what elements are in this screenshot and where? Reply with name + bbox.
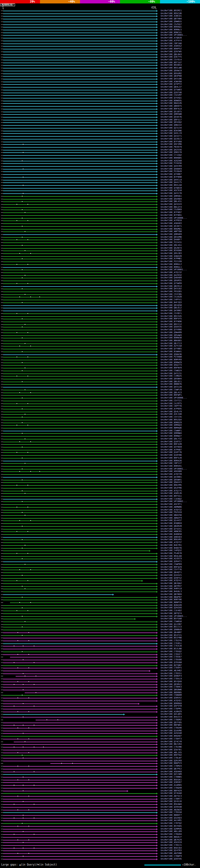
- alignment-bar[interactable]: [3, 278, 156, 278]
- alignment-bar[interactable]: [3, 229, 156, 229]
- alignment-bar[interactable]: [3, 823, 156, 824]
- alignment-bar[interactable]: [3, 747, 156, 748]
- hit-label[interactable]: UniRef100_Q43186: [161, 78, 181, 80]
- hit-label[interactable]: UniRef100_B3QBE8: [161, 522, 181, 525]
- hit-label[interactable]: UniRef100_Q0JQA2: [161, 582, 181, 585]
- alignment-bar[interactable]: [3, 815, 156, 816]
- alignment-bar[interactable]: [3, 646, 156, 647]
- alignment-bar[interactable]: [3, 43, 156, 44]
- hit-label[interactable]: UniRef100_B9F4Z0: [161, 443, 181, 445]
- hit-label[interactable]: UniRef100_Q3A7B1: [161, 749, 181, 751]
- hit-label[interactable]: UniRef100_Q9M2W0: [161, 113, 181, 116]
- alignment-bar[interactable]: [3, 777, 156, 778]
- alignment-bar[interactable]: [3, 788, 156, 788]
- hit-label[interactable]: UniRef100_Q8L431: [161, 200, 181, 203]
- hit-label[interactable]: UniRef100_P22431: [161, 242, 181, 244]
- alignment-bar[interactable]: [3, 231, 156, 232]
- hit-label[interactable]: UniRef100_Q9SJB3: [161, 252, 181, 255]
- alignment-bar[interactable]: [3, 820, 156, 821]
- hit-label[interactable]: UniRef100_Q43271: [161, 135, 181, 137]
- alignment-bar[interactable]: [3, 55, 156, 55]
- alignment-bar[interactable]: [3, 635, 156, 636]
- hit-label[interactable]: UniRef100_Q6V914: [161, 285, 181, 287]
- hit-label[interactable]: UniRef100_Q510T5: [161, 111, 181, 113]
- hit-label[interactable]: UniRef100_B9RA26: [161, 460, 181, 462]
- alignment-bar[interactable]: [3, 401, 156, 401]
- alignment-bar[interactable]: [3, 82, 156, 82]
- hit-label[interactable]: UniRef100_Q5NUF4: [161, 675, 181, 677]
- hit-label[interactable]: UniRef100_Q55K76: [161, 116, 181, 118]
- hit-label[interactable]: UniRef100_C5YBY1: [161, 312, 181, 315]
- alignment-bar[interactable]: [3, 128, 156, 129]
- hit-label[interactable]: UniRef100_A2YCS8: [161, 345, 181, 347]
- hit-label[interactable]: UniRef100_B8DKF7: [161, 814, 181, 816]
- hit-label[interactable]: UniRef100_C1E8Q2: [161, 498, 181, 500]
- alignment-bar[interactable]: [3, 630, 156, 630]
- alignment-bar[interactable]: [3, 433, 156, 434]
- hit-label[interactable]: UniRef100_B9GVM1: [161, 539, 181, 541]
- alignment-bar[interactable]: [3, 373, 156, 374]
- alignment-bar[interactable]: [3, 624, 156, 625]
- hit-label[interactable]: UniRef100_Q40409: [161, 277, 181, 279]
- hit-label[interactable]: UniRef100_Q2LQK5: [161, 713, 181, 715]
- alignment-bar[interactable]: [3, 556, 156, 557]
- hit-label[interactable]: UniRef100_B9RWZ9: [161, 362, 181, 364]
- alignment-bar[interactable]: [3, 398, 156, 399]
- hit-label[interactable]: UniRef100_C5WDZ4: [161, 370, 181, 372]
- hit-label[interactable]: UniRef100_Q95NH4: [161, 378, 181, 380]
- alignment-bar[interactable]: [3, 782, 156, 783]
- hit-label[interactable]: UniRef100_C7DQX0: [161, 787, 181, 789]
- hit-label[interactable]: UniRef100_A2ZEC9: [161, 558, 181, 560]
- hit-label[interactable]: UniRef100_C7DLW7: [161, 757, 181, 759]
- hit-label[interactable]: UniRef100_C6PFT6: [161, 405, 181, 407]
- hit-label[interactable]: UniRef100_B8G0J7: [161, 836, 181, 838]
- hit-label[interactable]: UniRef100_Q74Z41: [161, 528, 181, 530]
- alignment-bar[interactable]: [3, 253, 156, 254]
- alignment-bar[interactable]: [3, 641, 156, 641]
- alignment-bar[interactable]: [3, 142, 156, 142]
- alignment-bar[interactable]: [3, 447, 156, 447]
- hit-label[interactable]: UniRef100_Q74GA8: [161, 792, 181, 795]
- alignment-bar[interactable]: [3, 853, 156, 854]
- hit-label[interactable]: UniRef100_B5YK85: [161, 825, 181, 827]
- alignment-bar[interactable]: [3, 368, 156, 369]
- alignment-bar[interactable]: [3, 542, 156, 543]
- alignment-bar[interactable]: [3, 671, 149, 671]
- hit-label[interactable]: UniRef100_C5Y914: [161, 59, 181, 61]
- hit-label[interactable]: UniRef100_Q42932: [161, 274, 181, 277]
- hit-label[interactable]: UniRef100_B9RUL2: [161, 264, 181, 266]
- alignment-bar[interactable]: [3, 744, 156, 745]
- alignment-bar[interactable]: [3, 11, 156, 11]
- hit-label[interactable]: UniRef100_B5EAW4: [161, 803, 181, 805]
- alignment-bar[interactable]: [3, 393, 156, 393]
- hit-label[interactable]: UniRef100_C7DNB5: [161, 776, 181, 778]
- alignment-bar[interactable]: [3, 414, 156, 415]
- alignment-bar[interactable]: [3, 169, 156, 169]
- hit-label[interactable]: UniRef100_B3H3N6: [161, 130, 181, 132]
- alignment-bar[interactable]: [3, 52, 156, 52]
- alignment-bar[interactable]: [3, 761, 156, 761]
- alignment-bar[interactable]: [3, 270, 156, 270]
- hit-label[interactable]: UniRef100_Q96578: [161, 151, 181, 154]
- alignment-bar[interactable]: [3, 316, 156, 317]
- alignment-bar[interactable]: [3, 826, 156, 827]
- hit-label[interactable]: UniRef100_A6MW06: [161, 506, 181, 508]
- alignment-bar[interactable]: [3, 360, 156, 360]
- alignment-bar[interactable]: [3, 450, 156, 451]
- hit-label[interactable]: UniRef100_A3BCO1: [161, 15, 181, 17]
- hit-label[interactable]: UniRef100_Q43002: [161, 310, 181, 312]
- hit-label[interactable]: UniRef100_B4G8L3: [161, 591, 181, 593]
- alignment-bar[interactable]: [3, 166, 156, 167]
- hit-label[interactable]: UniRef100_B8MAQ6: [161, 427, 181, 429]
- alignment-bar[interactable]: [3, 643, 156, 644]
- hit-label[interactable]: UniRef100_B5IJ13: [161, 626, 181, 628]
- alignment-bar[interactable]: [3, 654, 156, 655]
- alignment-bar[interactable]: [3, 291, 156, 292]
- hit-label[interactable]: UniRef100_Q8L612: [161, 307, 181, 309]
- hit-label[interactable]: UniRef100_UPI0002...: [161, 500, 187, 503]
- alignment-bar[interactable]: [3, 120, 156, 120]
- hit-label[interactable]: UniRef100_B9ILW8: [161, 67, 181, 69]
- hit-label[interactable]: UniRef100_B9NCU1: [161, 32, 181, 34]
- alignment-bar[interactable]: [50, 763, 156, 764]
- alignment-bar[interactable]: [3, 583, 156, 584]
